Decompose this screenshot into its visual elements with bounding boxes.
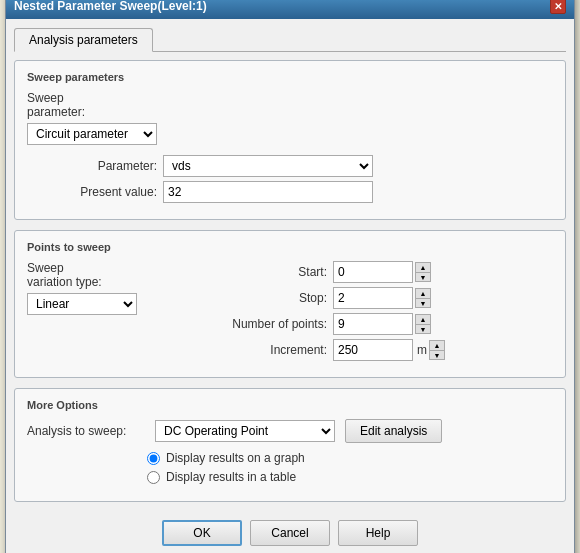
present-value-input[interactable] <box>163 181 373 203</box>
footer: OK Cancel Help <box>14 512 566 552</box>
radio-graph[interactable] <box>147 452 160 465</box>
num-points-label: Number of points: <box>197 317 327 331</box>
sweep-parameter-label: Sweep parameter: <box>27 91 107 119</box>
num-points-row: Number of points: ▲ ▼ <box>197 313 553 335</box>
stop-input[interactable] <box>333 287 413 309</box>
radio-graph-row: Display results on a graph <box>27 451 553 465</box>
sweep-variation-label: Sweep variation type: <box>27 261 107 289</box>
present-value-label: Present value: <box>47 185 157 199</box>
increment-spinner[interactable]: ▲ ▼ <box>429 340 445 360</box>
num-points-spinner[interactable]: ▲ ▼ <box>415 314 431 334</box>
sweep-parameters-section: Sweep parameters Sweep parameter: Circui… <box>14 60 566 220</box>
increment-spin-down[interactable]: ▼ <box>429 350 445 360</box>
circuit-parameter-dropdown[interactable]: Circuit parameter <box>27 123 157 145</box>
increment-input[interactable] <box>333 339 413 361</box>
analysis-dropdown[interactable]: DC Operating Point <box>155 420 335 442</box>
close-button[interactable]: ✕ <box>550 0 566 14</box>
help-button[interactable]: Help <box>338 520 418 546</box>
radio-table-label[interactable]: Display results in a table <box>166 470 296 484</box>
parameter-row: Parameter: vds <box>27 155 553 177</box>
tab-analysis-parameters[interactable]: Analysis parameters <box>14 28 153 52</box>
present-value-row: Present value: <box>27 181 553 203</box>
parameter-label: Parameter: <box>47 159 157 173</box>
stop-spin-down[interactable]: ▼ <box>415 298 431 308</box>
more-options-section: More Options Analysis to sweep: DC Opera… <box>14 388 566 502</box>
increment-label: Increment: <box>197 343 327 357</box>
radio-graph-label[interactable]: Display results on a graph <box>166 451 305 465</box>
stop-spinner[interactable]: ▲ ▼ <box>415 288 431 308</box>
num-points-spin-down[interactable]: ▼ <box>415 324 431 334</box>
start-spin-up[interactable]: ▲ <box>415 262 431 272</box>
num-points-spin-up[interactable]: ▲ <box>415 314 431 324</box>
stop-row: Stop: ▲ ▼ <box>197 287 553 309</box>
tab-bar: Analysis parameters <box>14 27 566 52</box>
start-label: Start: <box>197 265 327 279</box>
increment-spin-up[interactable]: ▲ <box>429 340 445 350</box>
radio-table-row: Display results in a table <box>27 470 553 484</box>
start-spin-down[interactable]: ▼ <box>415 272 431 282</box>
stop-spin-up[interactable]: ▲ <box>415 288 431 298</box>
more-options-label: More Options <box>27 399 553 411</box>
points-to-sweep-section: Points to sweep Sweep variation type: Li… <box>14 230 566 378</box>
sweep-content: Sweep variation type: Linear Start: ▲ ▼ <box>27 261 553 365</box>
sweep-right: Start: ▲ ▼ Stop: ▲ ▼ <box>187 261 553 365</box>
parameter-dropdown[interactable]: vds <box>163 155 373 177</box>
start-input[interactable] <box>333 261 413 283</box>
start-row: Start: ▲ ▼ <box>197 261 553 283</box>
ok-button[interactable]: OK <box>162 520 242 546</box>
cancel-button[interactable]: Cancel <box>250 520 330 546</box>
start-spinner[interactable]: ▲ ▼ <box>415 262 431 282</box>
sweep-variation-dropdown[interactable]: Linear <box>27 293 137 315</box>
analysis-to-sweep-row: Analysis to sweep: DC Operating Point Ed… <box>27 419 553 443</box>
increment-unit: m <box>417 343 427 357</box>
window-body: Analysis parameters Sweep parameters Swe… <box>6 19 574 553</box>
stop-label: Stop: <box>197 291 327 305</box>
edit-analysis-button[interactable]: Edit analysis <box>345 419 442 443</box>
sweep-parameters-label: Sweep parameters <box>27 71 553 83</box>
analysis-to-sweep-label: Analysis to sweep: <box>27 424 147 438</box>
main-window: Nested Parameter Sweep(Level:1) ✕ Analys… <box>5 0 575 553</box>
num-points-input[interactable] <box>333 313 413 335</box>
radio-table[interactable] <box>147 471 160 484</box>
title-bar: Nested Parameter Sweep(Level:1) ✕ <box>6 0 574 19</box>
sweep-left: Sweep variation type: Linear <box>27 261 187 365</box>
window-title: Nested Parameter Sweep(Level:1) <box>14 0 207 13</box>
points-to-sweep-label: Points to sweep <box>27 241 553 253</box>
increment-row: Increment: m ▲ ▼ <box>197 339 553 361</box>
